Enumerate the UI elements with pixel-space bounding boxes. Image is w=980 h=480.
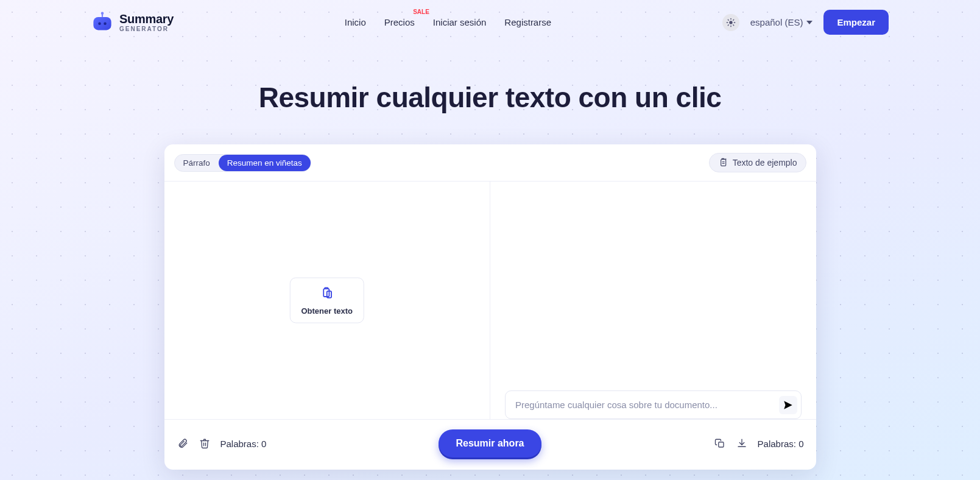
- get-text-label: Obtener texto: [301, 306, 353, 316]
- card-toolbar: Párrafo Resumen en viñetas Texto de ejem…: [164, 144, 816, 182]
- mode-bullets[interactable]: Resumen en viñetas: [219, 155, 311, 171]
- trash-icon: [199, 438, 210, 449]
- svg-point-4: [101, 12, 104, 15]
- svg-point-1: [98, 22, 101, 25]
- svg-rect-0: [93, 17, 111, 30]
- copy-button[interactable]: [714, 437, 726, 450]
- ask-input[interactable]: [513, 395, 774, 415]
- download-icon: [736, 438, 747, 449]
- svg-marker-20: [784, 401, 792, 409]
- mode-toggle: Párrafo Resumen en viñetas: [174, 154, 311, 172]
- brand-subtitle: GENERATOR: [119, 26, 174, 32]
- svg-rect-15: [721, 160, 725, 166]
- paste-icon: [718, 158, 728, 168]
- ask-document-row: [505, 390, 802, 419]
- svg-line-10: [728, 19, 728, 20]
- footer-left: Palabras: 0: [177, 437, 267, 450]
- sample-text-button[interactable]: Texto de ejemplo: [709, 153, 806, 172]
- svg-rect-18: [323, 289, 329, 297]
- nav-signup[interactable]: Registrarse: [504, 17, 551, 27]
- language-label: español (ES): [750, 17, 803, 27]
- svg-marker-14: [806, 21, 813, 24]
- main-nav: Inicio Precios SALE Iniciar sesión Regis…: [345, 17, 551, 27]
- sample-text-label: Texto de ejemplo: [733, 158, 797, 168]
- get-text-button[interactable]: Obtener texto: [289, 278, 364, 323]
- card-footer: Palabras: 0 Resumir ahora Palabras: 0: [164, 419, 816, 470]
- paperclip-icon: [177, 438, 188, 449]
- footer-right: Palabras: 0: [714, 437, 804, 450]
- attach-button[interactable]: [177, 437, 189, 450]
- get-started-button[interactable]: Empezar: [823, 10, 889, 35]
- clear-button[interactable]: [199, 437, 211, 450]
- nav-home[interactable]: Inicio: [345, 17, 366, 27]
- output-pane: [490, 182, 816, 419]
- svg-point-5: [729, 21, 732, 24]
- header-right: español (ES) Empezar: [722, 10, 889, 35]
- sale-badge: SALE: [413, 9, 429, 15]
- nav-pricing[interactable]: Precios SALE: [384, 17, 415, 27]
- svg-line-13: [733, 19, 734, 20]
- sun-icon: [726, 18, 736, 27]
- theme-toggle[interactable]: [722, 14, 739, 31]
- brand-text: Summary GENERATOR: [119, 13, 174, 32]
- svg-line-11: [733, 24, 734, 25]
- logo-icon: [91, 12, 113, 34]
- hero: Resumir cualquier texto con un clic: [0, 81, 980, 114]
- send-button[interactable]: [779, 396, 797, 414]
- send-icon: [783, 400, 794, 411]
- input-pane[interactable]: Obtener texto: [164, 182, 491, 419]
- mode-paragraph[interactable]: Párrafo: [175, 155, 219, 171]
- nav-login[interactable]: Iniciar sesión: [433, 17, 487, 27]
- chevron-down-icon: [806, 19, 813, 26]
- card-body: Obtener texto: [164, 182, 816, 419]
- svg-line-12: [728, 24, 728, 25]
- nav-pricing-label: Precios: [384, 17, 415, 27]
- download-button[interactable]: [736, 437, 748, 450]
- language-selector[interactable]: español (ES): [750, 17, 813, 27]
- svg-rect-23: [718, 442, 723, 447]
- brand[interactable]: Summary GENERATOR: [91, 12, 174, 34]
- page-title: Resumir cualquier texto con un clic: [0, 81, 980, 114]
- summarize-button[interactable]: Resumir ahora: [439, 429, 541, 457]
- svg-point-2: [104, 22, 107, 25]
- app-header: Summary GENERATOR Inicio Precios SALE In…: [0, 0, 980, 44]
- copy-icon: [714, 438, 725, 449]
- word-count-right: Palabras: 0: [758, 439, 804, 449]
- brand-name: Summary: [119, 13, 174, 25]
- summarizer-card: Párrafo Resumen en viñetas Texto de ejem…: [164, 144, 816, 470]
- word-count-left: Palabras: 0: [220, 439, 267, 449]
- clipboard-icon: [320, 287, 334, 300]
